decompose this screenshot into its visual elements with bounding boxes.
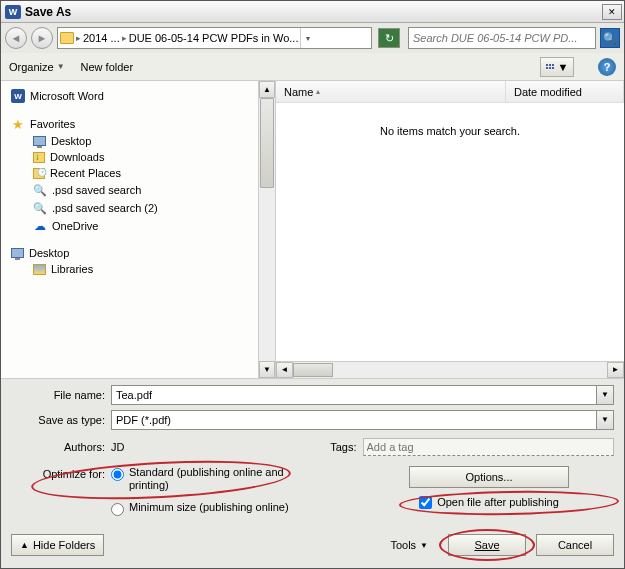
open-after-checkbox[interactable]: Open file after publishing	[419, 496, 559, 509]
desktop-icon	[11, 248, 24, 258]
chevron-down-icon: ▼	[420, 541, 428, 550]
radio-standard-input[interactable]	[111, 468, 124, 481]
new-folder-button[interactable]: New folder	[81, 61, 134, 73]
tree-label: .psd saved search	[52, 184, 141, 196]
save-label: Save	[474, 539, 499, 551]
scroll-right-icon[interactable]: ►	[607, 362, 624, 378]
word-app-icon: W	[5, 5, 21, 19]
tree-node-downloads[interactable]: Downloads	[5, 149, 254, 165]
path-segment[interactable]: DUE 06-05-14 PCW PDFs in Wo...	[129, 32, 299, 44]
filename-input[interactable]	[111, 385, 597, 405]
cancel-button[interactable]: Cancel	[536, 534, 614, 556]
save-button[interactable]: Save	[448, 534, 526, 556]
list-h-scrollbar[interactable]: ◄ ►	[276, 361, 624, 378]
open-after-input[interactable]	[419, 496, 432, 509]
recent-icon	[33, 168, 45, 179]
tree-node-desktop-root[interactable]: Desktop	[5, 245, 254, 261]
tools-label: Tools	[390, 539, 416, 551]
sidebar-scrollbar[interactable]: ▲ ▼	[258, 81, 275, 378]
window-title: Save As	[25, 5, 602, 19]
toolbar: Organize ▼ New folder ▼ ?	[1, 53, 624, 81]
chevron-down-icon: ▼	[57, 62, 65, 71]
close-button[interactable]: ✕	[602, 4, 622, 20]
tree-label: .psd saved search (2)	[52, 202, 158, 214]
tree-label: Microsoft Word	[30, 90, 104, 102]
libraries-icon	[33, 264, 46, 275]
tree-node-saved-search-2[interactable]: 🔍.psd saved search (2)	[5, 199, 254, 217]
tools-menu[interactable]: Tools ▼	[390, 539, 428, 551]
column-date[interactable]: Date modified	[506, 81, 624, 102]
authors-label: Authors:	[11, 441, 111, 453]
search-icon: 🔍	[33, 201, 47, 215]
radio-standard[interactable]: Standard (publishing online and printing…	[111, 466, 289, 494]
open-after-label: Open file after publishing	[437, 496, 559, 508]
tree-label: Favorites	[30, 118, 75, 130]
scroll-thumb[interactable]	[293, 363, 333, 377]
help-button[interactable]: ?	[598, 58, 616, 76]
content-area: W Microsoft Word ★ Favorites Desktop Dow…	[1, 81, 624, 379]
back-button[interactable]: ◄	[5, 27, 27, 49]
path-segment[interactable]: 2014 ...	[83, 32, 120, 44]
radio-standard-label: Standard (publishing online and printing…	[129, 466, 289, 494]
column-label: Date modified	[514, 86, 582, 98]
tree-node-recent[interactable]: Recent Places	[5, 165, 254, 181]
optimize-label: Optimize for:	[11, 466, 111, 517]
radio-minimum-input[interactable]	[111, 503, 124, 516]
path-dropdown[interactable]: ▾	[300, 28, 314, 48]
tree-label: OneDrive	[52, 220, 98, 232]
hide-folders-label: Hide Folders	[33, 539, 95, 551]
list-body: No items match your search.	[276, 103, 624, 361]
star-icon: ★	[11, 117, 25, 131]
search-box[interactable]	[408, 27, 596, 49]
hide-folders-button[interactable]: ▲ Hide Folders	[11, 534, 104, 556]
save-as-dialog: W Save As ✕ ◄ ► ▸ 2014 ... ▸ DUE 06-05-1…	[0, 0, 625, 569]
tree-node-onedrive[interactable]: ☁OneDrive	[5, 217, 254, 235]
desktop-icon	[33, 136, 46, 146]
view-button[interactable]: ▼	[540, 57, 574, 77]
tree-node-saved-search[interactable]: 🔍.psd saved search	[5, 181, 254, 199]
folder-icon	[60, 32, 74, 44]
tree-label: Desktop	[51, 135, 91, 147]
word-icon: W	[11, 89, 25, 103]
list-header: Name ▴ Date modified	[276, 81, 624, 103]
options-button[interactable]: Options...	[409, 466, 569, 488]
tree-label: Recent Places	[50, 167, 121, 179]
breadcrumb[interactable]: ▸ 2014 ... ▸ DUE 06-05-14 PCW PDFs in Wo…	[57, 27, 372, 49]
search-icon: 🔍	[33, 183, 47, 197]
tree-label: Desktop	[29, 247, 69, 259]
saveastype-dropdown[interactable]: ▼	[597, 410, 614, 430]
organize-label: Organize	[9, 61, 54, 73]
tree-node-desktop[interactable]: Desktop	[5, 133, 254, 149]
nav-tree: W Microsoft Word ★ Favorites Desktop Dow…	[1, 81, 276, 378]
tree-node-libraries[interactable]: Libraries	[5, 261, 254, 277]
downloads-icon	[33, 152, 45, 163]
saveastype-input[interactable]	[111, 410, 597, 430]
refresh-button[interactable]: ↻	[378, 28, 400, 48]
chevron-down-icon: ▼	[558, 61, 569, 73]
chevron-up-icon: ▲	[20, 540, 29, 550]
view-icon	[546, 64, 554, 69]
scroll-left-icon[interactable]: ◄	[276, 362, 293, 378]
column-name[interactable]: Name ▴	[276, 81, 506, 102]
sort-asc-icon: ▴	[316, 87, 320, 96]
tags-input[interactable]	[363, 438, 615, 456]
save-form: File name: ▼ Save as type: ▼ Authors: JD…	[1, 379, 624, 525]
radio-minimum[interactable]: Minimum size (publishing online)	[111, 501, 289, 516]
tree-node-favorites[interactable]: ★ Favorites	[5, 115, 254, 133]
filename-dropdown[interactable]: ▼	[597, 385, 614, 405]
search-button[interactable]: 🔍	[600, 28, 620, 48]
scroll-up-icon[interactable]: ▲	[259, 81, 275, 98]
scroll-thumb[interactable]	[260, 98, 274, 188]
titlebar: W Save As ✕	[1, 1, 624, 23]
filename-label: File name:	[11, 389, 111, 401]
forward-button[interactable]: ►	[31, 27, 53, 49]
chevron-right-icon: ▸	[76, 33, 81, 43]
authors-value[interactable]: JD	[111, 441, 124, 453]
scroll-down-icon[interactable]: ▼	[259, 361, 275, 378]
tags-label: Tags:	[313, 441, 363, 453]
tree-node-word[interactable]: W Microsoft Word	[5, 87, 254, 105]
organize-menu[interactable]: Organize ▼	[9, 61, 65, 73]
search-input[interactable]	[411, 32, 593, 44]
tree-label: Libraries	[51, 263, 93, 275]
file-list: Name ▴ Date modified No items match your…	[276, 81, 624, 378]
